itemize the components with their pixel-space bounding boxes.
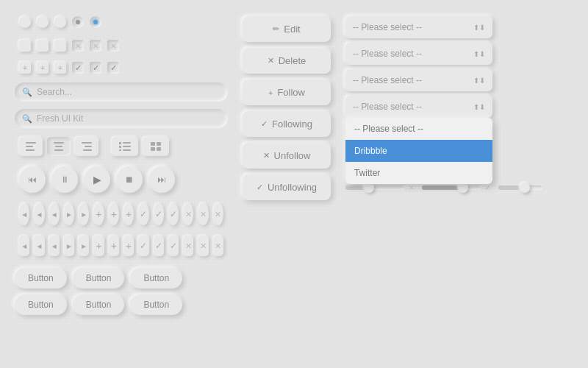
arrow-group-2: ◄ ◄ ◄ ► ► + + + ✓ ✓ ✓ ✕ ✕ ✕	[15, 234, 228, 258]
slider-3-track[interactable]	[498, 185, 542, 190]
arrow-left-2[interactable]: ◄	[34, 203, 44, 225]
svg-rect-8	[83, 149, 92, 151]
pill-button-4[interactable]: Button	[15, 294, 67, 315]
x-circle-2[interactable]: ✕	[198, 203, 208, 225]
sq-x-2[interactable]: ✕	[198, 236, 208, 256]
select-2[interactable]: -- Please select -- ⬆⬇	[345, 43, 492, 65]
x-circle-1[interactable]: ✕	[183, 203, 193, 225]
check-item-3[interactable]: ✓	[107, 62, 119, 74]
plus-item-3[interactable]: +	[54, 62, 66, 74]
slider-1-thumb[interactable]	[364, 183, 374, 193]
sq-arrow-left-1[interactable]: ◄	[19, 236, 29, 256]
sq-arrow-right-2[interactable]: ►	[79, 236, 89, 256]
play-btn[interactable]: ▶	[84, 166, 110, 193]
sq-check-2[interactable]: ✓	[154, 236, 164, 256]
sq-plus-2[interactable]: +	[109, 236, 119, 256]
checkbox-2[interactable]	[37, 40, 49, 52]
check-item-1[interactable]: ✓	[72, 62, 84, 74]
radio-button-1[interactable]	[19, 16, 31, 28]
pill-button-3[interactable]: Button	[130, 268, 182, 289]
check-item-2[interactable]: ✓	[90, 62, 101, 74]
following-button[interactable]: ✓ Following	[243, 111, 331, 137]
slider-2-track[interactable]	[422, 185, 481, 190]
skip-back-btn[interactable]: ⏮	[19, 166, 46, 193]
delete-label: Delete	[279, 55, 306, 66]
slider-2-fill	[422, 185, 463, 190]
sq-plus-3[interactable]: +	[123, 236, 134, 256]
slider-1-track[interactable]	[345, 185, 404, 190]
plus-item-1[interactable]: +	[19, 62, 31, 74]
button-group: Button Button Button Button Button Butto…	[15, 265, 228, 318]
left-column: ✕ ✕ ✕ + + + ✓ ✓ ✓ 🔍 Search... 🔍 Fresh UI…	[15, 13, 228, 318]
select-4[interactable]: -- Please select -- ⬆⬇	[345, 96, 492, 118]
dropdown-option-dribbble[interactable]: Dribbble	[345, 140, 492, 162]
search-input-filled[interactable]: 🔍 Fresh UI Kit	[15, 109, 228, 128]
svg-rect-13	[119, 149, 121, 151]
search-value: Fresh UI Kit	[37, 113, 83, 124]
sq-check-1[interactable]: ✓	[138, 236, 148, 256]
radio-button-3[interactable]	[54, 16, 66, 28]
svg-rect-6	[82, 142, 92, 144]
dropdown-option-twitter[interactable]: Twitter	[345, 162, 492, 184]
edit-button[interactable]: ✏ Edit	[243, 16, 331, 42]
sq-plus-1[interactable]: +	[93, 236, 104, 256]
chevron-down-icon-1: ⬆⬇	[473, 24, 485, 32]
align-left-btn[interactable]	[19, 137, 43, 156]
pill-button-1[interactable]: Button	[15, 268, 67, 289]
check-circle-3[interactable]: ✓	[168, 203, 179, 225]
check-circle-2[interactable]: ✓	[154, 203, 164, 225]
arrow-right-1[interactable]: ►	[64, 203, 74, 225]
following-label: Following	[272, 118, 312, 130]
plus-item-2[interactable]: +	[37, 62, 49, 74]
arrow-left-1[interactable]: ◄	[19, 203, 29, 225]
check-circle-1[interactable]: ✓	[138, 203, 148, 225]
search-icon: 🔍	[22, 88, 32, 97]
plus-circle-1[interactable]: +	[93, 203, 104, 225]
pill-button-5[interactable]: Button	[73, 294, 125, 315]
unfollowing-icon: ✓	[257, 183, 263, 192]
follow-button[interactable]: + Follow	[243, 79, 331, 105]
radio-button-2[interactable]	[37, 16, 49, 28]
svg-rect-4	[55, 146, 62, 147]
checkbox-1[interactable]	[19, 40, 31, 52]
sq-x-3[interactable]: ✕	[213, 236, 223, 256]
arrow-right-2[interactable]: ►	[79, 203, 89, 225]
grid-view-btn[interactable]	[143, 137, 169, 156]
select-3[interactable]: -- Please select -- ⬆⬇	[345, 69, 492, 91]
right-column: -- Please select -- ⬆⬇ -- Please select …	[345, 13, 573, 318]
unfollowing-button[interactable]: ✓ Unfollowing	[243, 174, 331, 200]
sq-arrow-right-1[interactable]: ►	[64, 236, 74, 256]
align-center-btn[interactable]	[47, 137, 71, 156]
radio-dot-selected	[93, 20, 98, 24]
sq-check-3[interactable]: ✓	[168, 236, 179, 256]
sq-arrow-left-2[interactable]: ◄	[34, 236, 44, 256]
radio-button-4[interactable]	[72, 16, 84, 28]
checkbox-4-x[interactable]: ✕	[72, 40, 84, 52]
pill-button-6[interactable]: Button	[130, 294, 182, 315]
svg-rect-16	[157, 142, 161, 146]
unfollow-button[interactable]: ✕ Unfollow	[243, 143, 331, 169]
search-input-empty[interactable]: 🔍 Search...	[15, 82, 228, 102]
sq-arrow-left-3[interactable]: ◄	[49, 236, 60, 256]
delete-button[interactable]: ✕ Delete	[243, 48, 331, 74]
skip-forward-btn[interactable]: ⏭	[148, 166, 175, 193]
arrow-left-3[interactable]: ◄	[49, 203, 60, 225]
radio-button-5[interactable]	[90, 16, 101, 28]
select-1[interactable]: -- Please select -- ⬆⬇	[345, 16, 492, 38]
plus-circle-2[interactable]: +	[109, 203, 119, 225]
sq-x-1[interactable]: ✕	[183, 236, 193, 256]
svg-rect-14	[123, 149, 131, 151]
slider-2-thumb[interactable]	[458, 183, 468, 193]
plus-circle-3[interactable]: +	[123, 203, 134, 225]
pill-button-2[interactable]: Button	[73, 268, 125, 289]
stop-btn[interactable]: ⏹	[116, 166, 143, 193]
checkbox-6-x[interactable]: ✕	[107, 40, 119, 52]
x-circle-3[interactable]: ✕	[213, 203, 223, 225]
list-view-btn[interactable]	[112, 137, 138, 156]
dropdown-option-placeholder[interactable]: -- Please select --	[345, 118, 492, 140]
checkbox-5-x[interactable]: ✕	[90, 40, 101, 52]
slider-3-thumb[interactable]	[520, 183, 530, 193]
checkbox-3[interactable]	[54, 40, 66, 52]
align-right-btn[interactable]	[75, 137, 98, 156]
pause-btn[interactable]: ⏸	[51, 166, 78, 193]
